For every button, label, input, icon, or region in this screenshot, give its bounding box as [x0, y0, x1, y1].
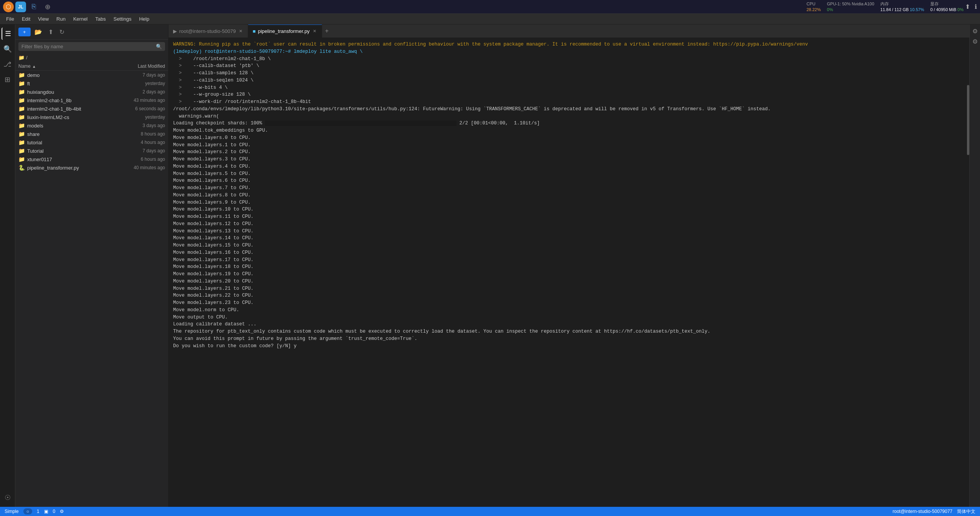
modified-column-header[interactable]: Last Modified — [115, 64, 165, 69]
folder-icon: 📁 — [18, 139, 25, 145]
list-item[interactable]: 📁xtuner01176 hours ago — [15, 155, 168, 163]
list-item[interactable]: 📁tutorial4 hours ago — [15, 138, 168, 147]
list-item[interactable]: 📁internlm2-chat-1_8b-4bit6 seconds ago — [15, 105, 168, 113]
terminal-line: Do you wish to run the custom code? [y/N… — [173, 343, 962, 350]
mode-toggle[interactable]: ○ — [23, 508, 32, 514]
list-item[interactable]: 📁liuxin-InternLM2-csyesterday — [15, 113, 168, 121]
file-name: Tutorial — [27, 148, 115, 154]
file-modified: 4 hours ago — [115, 140, 165, 145]
terminal-line: Move model.layers.9 to CPU. — [173, 199, 962, 206]
files-icon[interactable]: ☰ — [2, 28, 14, 40]
upload-icon[interactable]: ⬆ — [965, 3, 970, 10]
refresh-button[interactable]: ↻ — [57, 27, 67, 37]
list-item[interactable]: 📁demo7 days ago — [15, 71, 168, 79]
file-name: demo — [27, 72, 115, 78]
terminal-line: Move model.layers.12 to CPU. — [173, 220, 962, 228]
tab-python-close[interactable]: ✕ — [312, 28, 317, 34]
terminal-line: Move model.layers.22 to CPU. — [173, 292, 962, 299]
terminal-content[interactable]: WARNING: Running pip as the `root` user … — [169, 38, 966, 507]
terminal-line: Move model.layers.10 to CPU. — [173, 206, 962, 213]
menu-kernel[interactable]: Kernel — [70, 15, 91, 23]
file-modified: 6 hours ago — [115, 157, 165, 162]
file-name: internlm2-chat-1_8b-4bit — [27, 106, 115, 112]
gpu-stat: GPU-1: 50% Nvidia A100 0% — [827, 1, 874, 12]
upload-button[interactable]: ⬆ — [46, 27, 56, 37]
tab-terminal[interactable]: ▶ root@intern-studio-50079 ✕ — [169, 24, 248, 38]
menu-view[interactable]: View — [35, 15, 52, 23]
settings-panel: ⚙ ⚙ — [969, 24, 980, 507]
menu-tabs[interactable]: Tabs — [92, 15, 109, 23]
terminal-line: The repository for ptb_text_only contain… — [173, 328, 962, 335]
user-icon[interactable]: ☉ — [2, 492, 14, 504]
file-name: models — [27, 123, 115, 129]
git-icon[interactable]: ⎇ — [2, 58, 14, 70]
terminal-line: Move model.layers.17 to CPU. — [173, 256, 962, 264]
open-folder-button[interactable]: 📂 — [32, 27, 44, 37]
line-col-label: 1 — [37, 509, 39, 514]
file-modified: 7 days ago — [115, 148, 165, 153]
simple-mode-label: Simple — [5, 509, 19, 514]
search-activity-icon[interactable]: 🔍 — [2, 43, 14, 55]
folder-icon: 📁 — [18, 148, 25, 154]
settings-sliders-icon[interactable]: ⚙ — [972, 38, 978, 45]
terminal-line: Move model.layers.15 to CPU. — [173, 242, 962, 249]
terminal-line: Move model.layers.11 to CPU. — [173, 213, 962, 220]
terminal-line: > /root/internlm2-chat-1_8b \ — [173, 56, 962, 63]
list-item[interactable]: 📁huixiangdou2 days ago — [15, 88, 168, 96]
add-tab-button[interactable]: + — [322, 24, 332, 38]
extensions-icon[interactable]: ⊞ — [2, 73, 14, 86]
menu-settings[interactable]: Settings — [110, 15, 134, 23]
terminal-line: Move model.layers.18 to CPU. — [173, 263, 962, 271]
sort-arrow-icon: ▲ — [32, 64, 36, 69]
sidebar-toolbar: + 📂 ⬆ ↻ — [15, 24, 168, 40]
terminal-line: Loading checkpoint shards: 100% 2/2 [00:… — [173, 120, 962, 127]
file-name: tutorial — [27, 140, 115, 145]
tab-terminal-close[interactable]: ✕ — [238, 28, 243, 34]
terminal-line: WARNING: Running pip as the `root` user … — [173, 41, 962, 48]
terminal-line: Move model.layers.1 to CPU. — [173, 142, 962, 149]
settings-gear-icon[interactable]: ⚙ — [972, 28, 978, 35]
search-input[interactable] — [21, 44, 154, 49]
folder-icon: 📁 — [18, 97, 25, 103]
scroll-indicator[interactable] — [966, 38, 969, 507]
file-name: pipeline_transformer.py — [27, 165, 115, 171]
folder-icon: 📁 — [18, 80, 25, 87]
status-settings-icon[interactable]: ⚙ — [60, 509, 64, 514]
terminal-line: Move model.layers.20 to CPU. — [173, 278, 962, 285]
nav-icon[interactable]: ⊕ — [41, 1, 54, 13]
menu-help[interactable]: Help — [136, 15, 152, 23]
menu-run[interactable]: Run — [53, 15, 69, 23]
status-bar: Simple ○ 1 ▣ 0 ⚙ root@intern-studio-5007… — [0, 507, 980, 516]
folder-icon: 📁 — [18, 114, 25, 120]
top-bar: ⬡ JL ⎘ ⊕ CPU 28.22% GPU-1: 50% Nvidia A1… — [0, 0, 980, 14]
terminal-line: Move model.layers.23 to CPU. — [173, 299, 962, 307]
menu-edit[interactable]: Edit — [19, 15, 33, 23]
status-right: root@intern-studio-50079077 简体中文 — [893, 508, 975, 515]
info-icon[interactable]: ℹ — [975, 3, 977, 10]
file-name: share — [27, 131, 115, 137]
status-left: Simple ○ 1 ▣ 0 ⚙ — [5, 508, 64, 514]
list-item[interactable]: 📁models3 days ago — [15, 121, 168, 130]
list-item[interactable]: 🐍pipeline_transformer.py40 minutes ago — [15, 163, 168, 172]
tab-indicator: ▣ — [44, 509, 48, 514]
jupyter-icon[interactable]: ⬡ — [3, 2, 14, 12]
menu-file[interactable]: File — [3, 15, 17, 23]
terminal-line: > --work-dir /root/internlm2-chat-1_8b-4… — [173, 98, 962, 106]
list-item[interactable]: 📁share8 hours ago — [15, 130, 168, 138]
terminal-line: You can avoid this prompt in future by p… — [173, 335, 962, 343]
terminal-line: Loading calibrate dataset ... — [173, 321, 962, 328]
list-item[interactable]: 📁ftyesterday — [15, 79, 168, 88]
vscode-icon[interactable]: ⎘ — [28, 1, 40, 13]
terminal-line: Move output to CPU. — [173, 314, 962, 321]
terminal-line: (lmdeploy) root@intern-studio-50079077:~… — [173, 48, 962, 56]
lab-icon[interactable]: JL — [15, 2, 26, 12]
search-bar[interactable]: 🔍 — [18, 42, 165, 51]
scroll-thumb[interactable] — [967, 85, 969, 155]
python-file-icon: 🐍 — [18, 165, 25, 171]
list-item[interactable]: 📁internlm2-chat-1_8b43 minutes ago — [15, 96, 168, 105]
list-item[interactable]: 📁Tutorial7 days ago — [15, 147, 168, 155]
new-button[interactable]: + — [18, 28, 31, 36]
tab-python-file[interactable]: ■ pipeline_transformer.py ✕ — [248, 24, 322, 38]
name-column-header[interactable]: Name ▲ — [18, 64, 115, 69]
tab-terminal-label: root@intern-studio-50079 — [179, 28, 236, 34]
